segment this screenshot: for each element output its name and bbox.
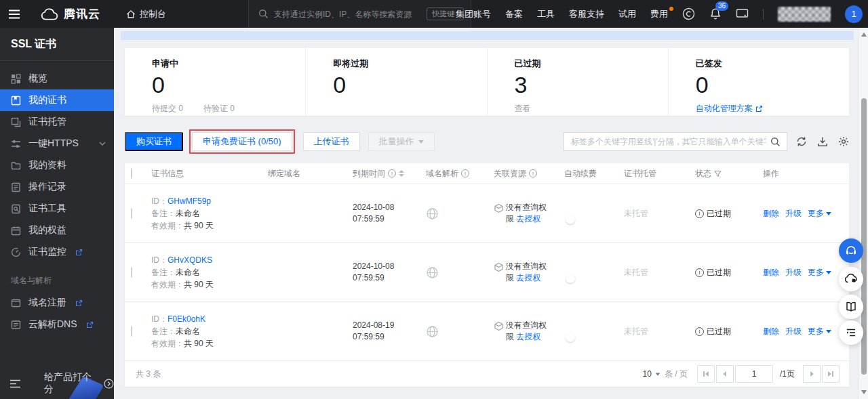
scroll-up-arrow[interactable] [861,33,867,37]
row-checkbox[interactable] [131,267,132,278]
customer-service-fab[interactable] [839,238,863,263]
dns-globe-icon[interactable] [426,266,439,279]
upload-certificate-button[interactable]: 上传证书 [303,132,360,151]
topnav-trial[interactable]: 试用 [618,8,636,20]
select-all-checkbox[interactable] [131,168,132,179]
domain-icon [11,298,21,308]
certificate-icon [11,96,21,106]
upgrade-link[interactable]: 升级 [785,326,802,337]
first-page-button[interactable] [697,365,715,383]
topnav-icp[interactable]: 备案 [505,8,523,20]
notification-bell-icon[interactable]: 36 [709,7,722,20]
sidebar-item-cert-tools[interactable]: 证书工具 [0,198,114,219]
rate-product-link[interactable]: 给产品打个分 [44,371,114,396]
sidebar-item-my-profile[interactable]: 我的资料 [0,154,114,176]
settings-gear-icon[interactable] [838,136,849,147]
info-icon[interactable]: i [388,169,396,177]
sidebar-item-one-click-https[interactable]: 一键HTTPS [0,133,114,154]
row-checkbox[interactable] [131,208,132,219]
info-icon[interactable]: i [461,169,469,177]
book-icon [844,300,858,314]
delete-link[interactable]: 删除 [763,267,779,278]
refresh-icon[interactable] [796,136,807,147]
chevron-down-icon [656,373,660,375]
prev-page-button[interactable] [716,365,734,383]
expire-time: 07:59:59 [353,213,426,225]
delete-link[interactable]: 删除 [763,208,779,219]
keyword-filter-input[interactable] [571,137,766,146]
grant-auth-link[interactable]: 去授权 [516,273,540,282]
certificate-id-link[interactable]: GHwMF59p [167,196,211,206]
console-link[interactable]: 控制台 [126,8,166,20]
next-page-button[interactable] [803,365,821,383]
collapse-sidebar-icon[interactable] [9,379,21,388]
filter-funnel-icon[interactable] [714,170,722,177]
feedback-fab[interactable] [839,267,863,291]
expire-date: 2024-10-08 [353,261,426,272]
home-icon [126,9,136,19]
sidebar-item-cert-hosting[interactable]: 证书托管 [0,111,114,133]
cloud-feedback-icon [844,272,858,286]
service-circle-icon[interactable] [682,7,695,20]
row-checkbox[interactable] [131,326,132,337]
sidebar-item-overview[interactable]: 概览 [0,68,114,89]
automation-plan-link[interactable]: 自动化管理方案 [696,103,763,114]
topnav-tools[interactable]: 工具 [537,8,555,20]
download-icon[interactable] [817,136,828,147]
remark-value: 未命名 [176,268,200,277]
delete-link[interactable]: 删除 [763,326,779,337]
highlight-red-box: 申请免费证书 (0/50) [189,129,295,154]
benefits-icon [11,226,21,236]
chevron-down-icon [826,212,831,215]
stat-pending: 申请中 0 待提交 0 待验证 0 [125,48,305,116]
certificate-id-link[interactable]: F0Ek0ohK [167,314,205,324]
workbench-icon[interactable] [736,8,749,20]
more-link[interactable]: 更多 [808,208,831,219]
sidebar-item-cert-monitor[interactable]: 证书监控 [0,241,114,263]
topnav-group-account[interactable]: 集团账号 [456,8,491,20]
more-link[interactable]: 更多 [808,326,831,337]
search-icon[interactable] [770,137,781,147]
grant-auth-link[interactable]: 去授权 [516,214,540,224]
vertical-scrollbar[interactable] [859,28,868,399]
sort-icon[interactable] [399,170,404,177]
status-badge: 已过期 [707,267,731,278]
status-info-icon: i [695,209,704,218]
current-page-input[interactable]: 1 [735,365,773,383]
tencent-cloud-logo[interactable]: 腾讯云 [41,6,100,22]
batch-operation-button[interactable]: 批量操作 [368,132,435,151]
upgrade-link[interactable]: 升级 [785,267,802,278]
view-expired-link[interactable]: 查看 [515,103,668,114]
dns-icon [11,320,21,330]
certificate-table: 证书信息 绑定域名 到期时间 i 域名解析 i 关联资源 i 自动续费 证书托管 [125,163,849,387]
log-icon [11,182,21,192]
grant-auth-link[interactable]: 去授权 [516,332,540,341]
buy-certificate-button[interactable]: 购买证书 [125,132,183,151]
remark-value: 未命名 [176,327,200,336]
scroll-down-arrow[interactable] [861,390,867,394]
certificate-id-link[interactable]: GHvXQDKS [167,255,212,265]
sidebar-item-my-benefits[interactable]: 我的权益 [0,219,114,241]
hamburger-menu-icon[interactable] [0,9,30,19]
sidebar-item-domain-registration[interactable]: 域名注册 [0,292,114,314]
global-search-input[interactable] [274,9,421,19]
page-size-select[interactable]: 10 [643,369,660,379]
dns-globe-icon[interactable] [426,325,439,338]
more-link[interactable]: 更多 [808,267,831,278]
survey-fab[interactable] [839,320,863,345]
stat-issued-value: 0 [696,72,849,98]
keyword-filter [564,132,787,151]
apply-free-certificate-button[interactable]: 申请免费证书 (0/50) [192,132,292,151]
sidebar-item-my-certificates[interactable]: 我的证书 [0,89,114,111]
last-page-button[interactable] [822,365,840,383]
dns-globe-icon[interactable] [426,207,439,220]
info-icon[interactable]: i [529,169,537,177]
topnav-billing[interactable]: 费用 [650,8,668,20]
expire-date: 2024-08-19 [353,320,426,331]
sidebar-item-operation-log[interactable]: 操作记录 [0,176,114,198]
upgrade-link[interactable]: 升级 [785,208,802,219]
topnav-support[interactable]: 客服支持 [569,8,604,20]
avatar[interactable]: 1 [845,5,863,23]
documentation-fab[interactable] [839,295,863,319]
sidebar-item-dns[interactable]: 云解析DNS [0,314,114,335]
